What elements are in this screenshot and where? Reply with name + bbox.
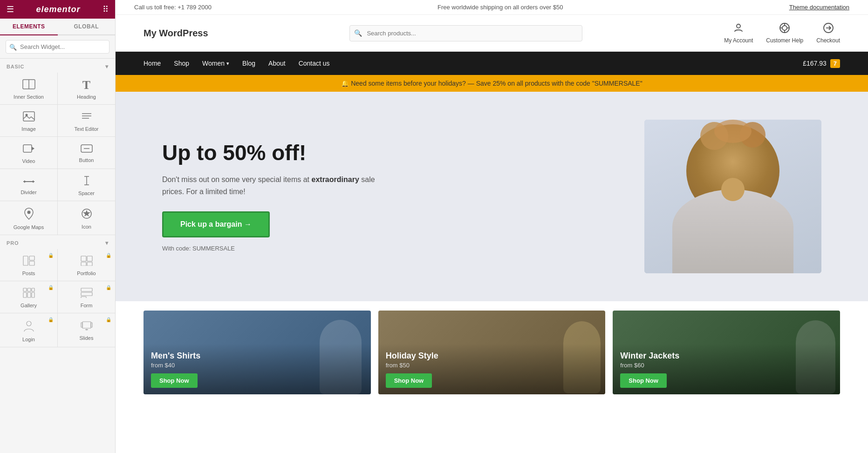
svg-rect-32 [32,292,34,297]
divider-icon [23,176,35,187]
button-icon [81,144,93,155]
widget-gallery-label: Gallery [21,303,37,308]
widget-login-label: Login [22,337,35,342]
widget-image[interactable]: Image [0,105,57,136]
svg-marker-8 [32,147,34,150]
nav-links: Home Shop Women ▾ Blog About Contact us [144,60,330,67]
svg-rect-37 [82,322,91,328]
widget-login[interactable]: 🔒 Login [0,313,57,347]
hero-cta-button[interactable]: Pick up a bargain → [162,211,270,237]
widget-button[interactable]: Button [58,137,115,169]
portfolio-icon [81,256,93,268]
basic-widget-grid: Inner Section T Heading Image Text Edito… [0,73,115,235]
widget-icon[interactable]: Icon [58,201,115,235]
svg-rect-2 [23,112,34,121]
svg-point-17 [27,211,30,214]
search-input[interactable] [6,40,109,54]
site-header-actions: My Account Customer Help Checkout [724,22,840,44]
widget-text-editor[interactable]: Text Editor [58,105,115,136]
widget-video-label: Video [22,158,35,164]
sidebar-header: ☰ elementor ⠿ [0,0,115,19]
women-chevron-icon: ▾ [226,61,229,67]
hamburger-icon[interactable]: ☰ [7,4,14,14]
svg-rect-23 [81,256,86,261]
widget-posts[interactable]: 🔒 Posts [0,249,57,281]
widget-spacer[interactable]: Spacer [58,169,115,201]
widget-portfolio-label: Portfolio [77,270,96,276]
widget-spacer-label: Spacer [78,190,95,196]
widget-inner-section-label: Inner Section [14,94,44,100]
svg-rect-26 [87,262,92,266]
google-maps-icon [24,208,34,222]
svg-rect-30 [23,292,27,297]
svg-point-43 [737,24,740,28]
widget-video[interactable]: Video [0,137,57,169]
sidebar-tabs: ELEMENTS GLOBAL [0,19,115,35]
product-card-0: Men's Shirts from $40 Shop Now [144,311,371,394]
lock-icon: 🔒 [106,253,111,258]
my-account-button[interactable]: My Account [724,22,753,44]
main-content: Call us toll free: +1 789 2000 Free worl… [116,0,868,408]
nav-about[interactable]: About [268,60,286,67]
checkout-button[interactable]: Checkout [816,22,840,44]
heading-icon: T [82,79,90,91]
products-section: Men's Shirts from $40 Shop Now Holiday S… [116,301,868,408]
nav-women[interactable]: Women ▾ [202,60,229,67]
topbar-phone: Call us toll free: +1 789 2000 [134,4,212,11]
tab-elements[interactable]: ELEMENTS [0,19,58,35]
widget-form-label: Form [81,303,93,308]
widget-divider[interactable]: Divider [0,169,57,201]
promo-text: Need some items before your holidays? — … [351,80,642,87]
svg-rect-7 [23,145,32,152]
sidebar: ☰ elementor ⠿ ELEMENTS GLOBAL 🔍 BASIC ▾ … [0,0,116,408]
promo-icon: 🔔 [341,80,349,87]
promo-bar: 🔔 Need some items before your holidays? … [116,75,868,92]
svg-rect-35 [81,297,86,298]
svg-rect-22 [29,261,34,265]
svg-rect-28 [27,288,31,291]
topbar-docs[interactable]: Theme documentation [789,4,849,11]
widget-form[interactable]: 🔒 Form [58,281,115,313]
widget-slides-label: Slides [80,335,94,341]
cart-price: £167.93 [803,60,827,67]
svg-rect-33 [81,288,92,291]
widget-inner-section[interactable]: Inner Section [0,73,57,104]
hero-subtitle: Don't miss out on some very special item… [162,174,395,197]
lock-icon: 🔒 [48,285,54,290]
nav-shop[interactable]: Shop [174,60,189,67]
customer-help-button[interactable]: Customer Help [766,22,803,44]
widget-heading[interactable]: T Heading [58,73,115,104]
svg-rect-34 [81,292,92,296]
icon-widget-icon [81,208,92,221]
site-search-input[interactable] [349,25,582,41]
cart-count: 7 [830,59,840,68]
product-card-btn-2[interactable]: Shop Now [620,373,667,388]
product-card-btn-1[interactable]: Shop Now [386,373,432,388]
nav-blog[interactable]: Blog [242,60,255,67]
svg-point-42 [87,329,88,330]
svg-rect-20 [23,256,28,265]
widget-portfolio[interactable]: 🔒 Portfolio [58,249,115,281]
chevron-down-icon: ▾ [105,63,109,70]
nav-home[interactable]: Home [144,60,161,67]
elementor-logo: elementor [36,5,80,14]
grid-icon[interactable]: ⠿ [103,4,109,14]
product-card-btn-0[interactable]: Shop Now [151,373,198,388]
product-card-title-2: Winter Jackets [620,351,833,361]
nav-contact[interactable]: Contact us [299,60,330,67]
svg-point-36 [27,321,31,326]
hero-section: Up to 50% off! Don't miss out on some ve… [116,92,868,301]
site-logo[interactable]: My WordPress [144,28,208,39]
widget-google-maps[interactable]: Google Maps [0,201,57,235]
widget-posts-label: Posts [22,270,35,276]
widget-slides[interactable]: 🔒 Slides [58,313,115,347]
lock-icon: 🔒 [106,285,111,290]
widget-image-label: Image [21,126,36,132]
pro-chevron-icon: ▾ [105,240,109,246]
product-card-1: Holiday Style from $50 Shop Now [378,311,606,394]
tab-global[interactable]: GLOBAL [58,19,116,34]
product-card-2: Winter Jackets from $60 Shop Now [613,311,840,394]
nav-cart[interactable]: £167.93 7 [803,59,840,68]
widget-gallery[interactable]: 🔒 Gallery [0,281,57,313]
hero-title: Up to 50% off! [162,141,395,165]
